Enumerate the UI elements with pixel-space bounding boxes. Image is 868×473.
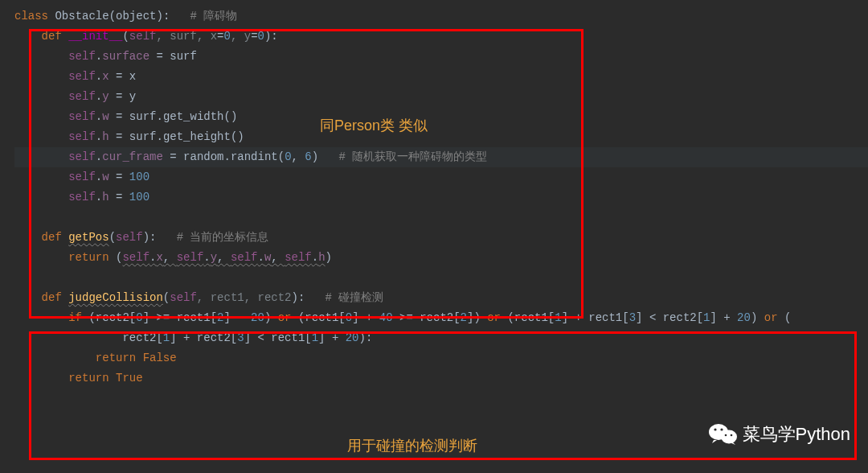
code-line: def judgeCollision(self, rect1, rect2): …: [14, 288, 868, 308]
code-line-empty: [14, 208, 868, 228]
code-line: self.x = x: [14, 67, 868, 87]
code-line: self.w = surf.get_width(): [14, 107, 868, 127]
code-line: return (self.x, self.y, self.w, self.h): [14, 248, 868, 268]
watermark: 菜鸟学Python: [709, 418, 851, 450]
code-line-highlighted: self.cur_frame = random.randint(0, 6) # …: [14, 147, 868, 167]
annotation-text-2: 用于碰撞的检测判断: [347, 433, 477, 459]
svg-point-1: [721, 430, 737, 444]
code-line: self.h = surf.get_height(): [14, 127, 868, 147]
code-line: return True: [14, 368, 868, 389]
code-line: if (rect2[0] >= rect1[2] - 20) or (rect1…: [14, 308, 868, 328]
code-line-empty: [14, 268, 868, 288]
code-line: class Obstacle(object): # 障碍物: [14, 6, 868, 27]
code-line: def __init__(self, surf, x=0, y=0):: [14, 27, 868, 47]
code-line: self.y = y: [14, 87, 868, 107]
svg-point-5: [730, 434, 732, 437]
code-line: self.surface = surf: [14, 47, 868, 67]
code-line: rect2[1] + rect2[3] < rect1[1] + 20):: [14, 328, 868, 348]
svg-point-2: [714, 429, 716, 431]
svg-point-3: [720, 429, 723, 431]
svg-point-4: [724, 434, 727, 437]
code-line: self.h = 100: [14, 187, 868, 208]
code-line: def getPos(self): # 当前的坐标信息: [14, 228, 868, 248]
code-line: return False: [14, 348, 868, 368]
code-editor[interactable]: class Obstacle(object): # 障碍物 def __init…: [0, 6, 868, 389]
code-line: self.w = 100: [14, 167, 868, 187]
watermark-text: 菜鸟学Python: [743, 418, 851, 450]
wechat-icon: [709, 422, 738, 446]
